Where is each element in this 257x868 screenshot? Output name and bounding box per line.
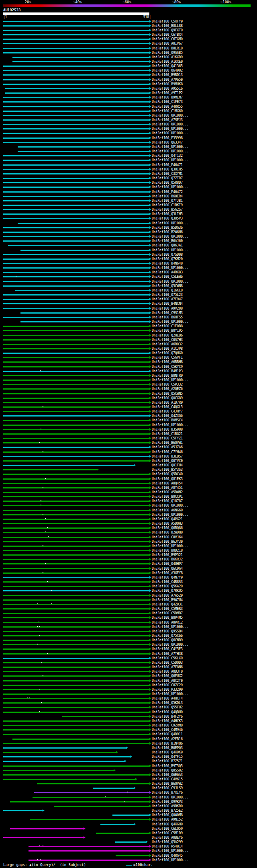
hit-label[interactable]: UniRef100_Q86JA1 — [152, 244, 183, 247]
alignment-bar[interactable] — [3, 429, 149, 430]
hit-label[interactable]: UniRef100_C0S7H3 — [152, 339, 183, 342]
alignment-bar[interactable] — [3, 402, 149, 403]
alignment-bar[interactable] — [3, 474, 149, 475]
hit-label[interactable]: UniRef100_B9RD13 — [152, 74, 183, 77]
hit-label[interactable]: UniRef100_Q75L23 — [152, 293, 183, 297]
alignment-bar[interactable] — [3, 487, 149, 488]
alignment-bar[interactable] — [3, 779, 135, 780]
hit-label[interactable]: UniRef100_P46471 — [152, 164, 183, 167]
alignment-bar[interactable] — [116, 855, 149, 856]
alignment-bar[interactable] — [3, 259, 149, 260]
hit-label[interactable]: UniRef100_B3LBS7 — [152, 455, 183, 458]
hit-label[interactable]: UniRef100_Q0W0M8 — [152, 814, 183, 817]
alignment-bar[interactable] — [3, 142, 149, 143]
alignment-bar[interactable] — [3, 263, 149, 264]
hit-label[interactable]: UniRef100_A6NG69 — [152, 509, 183, 512]
alignment-bar[interactable] — [3, 577, 149, 578]
hit-label[interactable]: UniRef100_C5KYC9 — [152, 365, 183, 369]
hit-label[interactable]: UniRef100_C4V615 — [152, 778, 183, 781]
alignment-bar[interactable] — [3, 469, 97, 470]
hit-label[interactable]: UniRef100_Q6CNB9 — [152, 639, 183, 642]
alignment-bar[interactable] — [3, 595, 149, 596]
hit-label[interactable]: UniRef100_UP1000... — [152, 123, 189, 126]
alignment-bar[interactable] — [3, 702, 149, 704]
hit-label[interactable]: UniRef100_A3GFY8 — [152, 572, 183, 575]
alignment-bar[interactable] — [3, 191, 149, 193]
hit-label[interactable]: UniRef100_A7SFJ3 — [152, 119, 183, 122]
alignment-bar[interactable] — [3, 303, 149, 304]
alignment-bar[interactable] — [33, 797, 149, 798]
hit-label[interactable]: UniRef100_UP1000... — [152, 127, 189, 131]
hit-label[interactable]: UniRef100_UP1000... — [152, 150, 189, 153]
alignment-bar[interactable] — [3, 604, 149, 605]
hit-label[interactable]: UniRef100_UP1000... — [152, 267, 189, 270]
alignment-bar[interactable] — [20, 312, 149, 314]
alignment-bar[interactable] — [3, 765, 149, 767]
alignment-bar[interactable] — [37, 783, 149, 784]
alignment-bar[interactable] — [3, 380, 149, 381]
hit-label[interactable]: UniRef100_Q4D911 — [152, 733, 183, 736]
alignment-bar[interactable] — [3, 559, 149, 560]
alignment-bar[interactable] — [3, 43, 149, 44]
alignment-bar[interactable] — [3, 662, 149, 663]
alignment-bar[interactable] — [10, 828, 84, 829]
hit-label[interactable]: UniRef100_B7Z5E2 — [152, 809, 183, 813]
alignment-bar[interactable] — [3, 74, 149, 76]
hit-label[interactable]: UniRef100_B4F2Y6 — [152, 715, 183, 718]
alignment-bar[interactable] — [3, 335, 149, 336]
hit-label[interactable]: UniRef100_UP1000... — [152, 132, 189, 135]
hit-label[interactable]: UniRef100_B0Y195 — [152, 329, 183, 332]
hit-label[interactable]: UniRef100_B5G2S7 — [152, 208, 183, 211]
alignment-bar[interactable] — [3, 689, 149, 690]
alignment-bar[interactable] — [3, 30, 149, 31]
hit-label[interactable]: UniRef100_C5DQD3 — [152, 661, 183, 665]
alignment-bar[interactable] — [3, 425, 149, 426]
alignment-bar[interactable] — [3, 743, 149, 744]
hit-label[interactable]: UniRef100_C5KLX9 — [152, 657, 183, 660]
hit-label[interactable]: UniRef100_C3XYM1 — [152, 172, 183, 176]
hit-label[interactable]: UniRef100_C4R8S3 — [152, 581, 183, 584]
alignment-bar[interactable] — [3, 160, 149, 161]
hit-label[interactable]: UniRef100_A5DWN2 — [152, 491, 183, 494]
alignment-bar[interactable] — [3, 34, 149, 35]
alignment-bar[interactable] — [3, 433, 149, 435]
alignment-bar[interactable] — [3, 734, 149, 735]
hit-label[interactable]: UniRef100_P35998 — [152, 137, 183, 140]
hit-label[interactable]: UniRef100_C8VJ64 — [152, 536, 183, 539]
alignment-bar[interactable] — [3, 308, 149, 309]
alignment-bar[interactable] — [115, 841, 146, 843]
alignment-bar[interactable] — [3, 79, 149, 80]
alignment-bar[interactable] — [3, 66, 149, 67]
hit-label[interactable]: UniRef100_C5LEW6 — [152, 275, 183, 279]
hit-label[interactable]: UniRef100_Q41365 — [152, 65, 183, 68]
alignment-bar[interactable] — [18, 223, 149, 224]
alignment-bar[interactable] — [18, 151, 149, 152]
alignment-bar[interactable] — [3, 420, 149, 421]
hit-label[interactable]: UniRef100_B4M1P3 — [152, 370, 183, 373]
alignment-bar[interactable] — [3, 411, 149, 412]
hit-label[interactable]: UniRef100_C5M1D9 — [152, 832, 183, 835]
alignment-bar[interactable] — [3, 465, 134, 466]
alignment-bar[interactable] — [3, 366, 149, 367]
alignment-bar[interactable] — [3, 680, 149, 681]
hit-label[interactable]: UniRef100_B8LL88 — [152, 25, 183, 28]
hit-label[interactable]: UniRef100_Q16KL0 — [152, 289, 183, 292]
alignment-bar[interactable] — [3, 667, 149, 668]
hit-label[interactable]: UniRef100_A4RX83 — [152, 271, 183, 274]
hit-label[interactable]: UniRef100_B4NCN4 — [152, 302, 183, 306]
hit-label[interactable]: UniRef100_Q01FU4 — [152, 464, 183, 467]
alignment-bar[interactable] — [3, 613, 149, 614]
alignment-bar[interactable] — [3, 294, 149, 295]
hit-label[interactable]: UniRef100_A8Y451 — [152, 486, 183, 490]
hit-label[interactable]: UniRef100_A9S516 — [152, 87, 183, 90]
hit-label[interactable]: UniRef100_B8CCP1 — [152, 495, 183, 499]
hit-label[interactable]: UniRef100_P46472 — [152, 191, 183, 194]
alignment-bar[interactable] — [3, 213, 149, 215]
alignment-bar[interactable] — [3, 209, 149, 210]
alignment-bar[interactable] — [3, 375, 149, 376]
hit-label[interactable]: UniRef100_Q4YF15 — [152, 755, 183, 759]
alignment-bar[interactable] — [3, 550, 149, 551]
alignment-bar[interactable] — [20, 321, 149, 322]
alignment-bar[interactable] — [18, 146, 149, 148]
hit-label[interactable]: UniRef100_B8P4M5 — [152, 616, 183, 620]
